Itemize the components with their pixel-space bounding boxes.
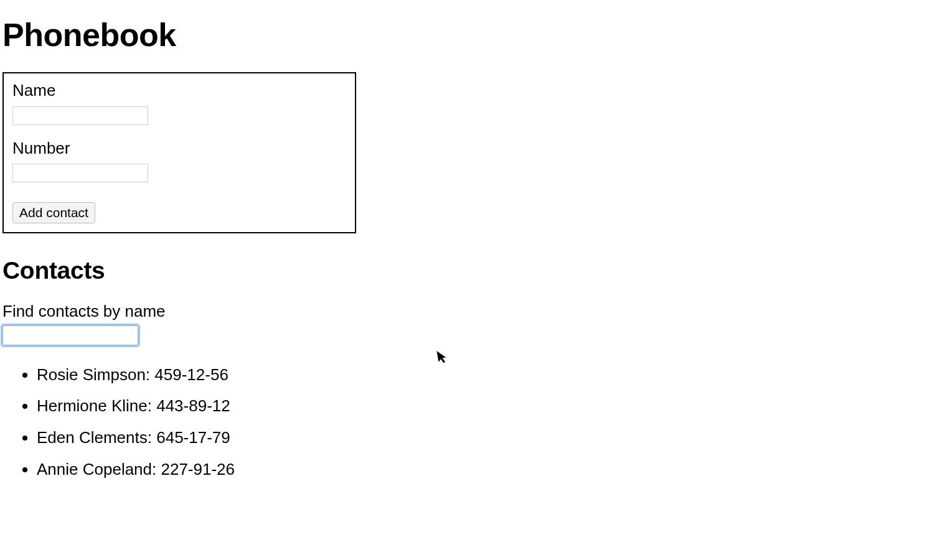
add-contact-form: Name Number Add contact — [2, 72, 356, 233]
add-contact-button[interactable]: Add contact — [12, 202, 95, 223]
list-item: Eden Clements: 645-17-79 — [37, 422, 950, 454]
name-input[interactable] — [12, 106, 148, 125]
contacts-list: Rosie Simpson: 459-12-56Hermione Kline: … — [2, 359, 950, 485]
number-field-group: Number — [12, 139, 346, 183]
number-input[interactable] — [12, 164, 148, 182]
search-input[interactable] — [2, 325, 138, 345]
list-item: Annie Copeland: 227-91-26 — [37, 454, 950, 485]
name-label: Name — [12, 81, 346, 100]
search-label: Find contacts by name — [2, 302, 950, 321]
name-field-group: Name — [12, 81, 346, 125]
list-item: Rosie Simpson: 459-12-56 — [37, 359, 950, 391]
page-title: Phonebook — [2, 16, 950, 54]
number-label: Number — [12, 139, 346, 158]
contacts-heading: Contacts — [2, 257, 950, 284]
list-item: Hermione Kline: 443-89-12 — [37, 390, 950, 422]
